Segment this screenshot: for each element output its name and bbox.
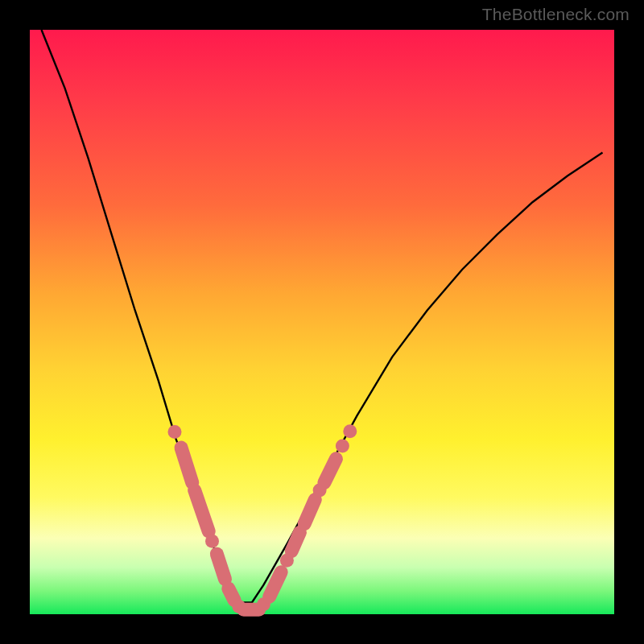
marker-bar [195,490,209,531]
marker-dot [205,535,219,548]
marker-bar [324,459,336,483]
marker-bar [291,532,299,551]
chart-frame: TheBottleneck.com [0,0,644,644]
marker-bar [304,500,315,524]
marker-bar [217,554,225,579]
chart-overlay [30,30,614,614]
marker-bar [270,572,282,597]
marker-dot [343,424,357,438]
marker-bar [181,448,192,483]
v-curve-path [42,30,603,603]
watermark-text: TheBottleneck.com [482,5,630,24]
marker-dot [336,439,349,452]
marker-dot [168,425,182,439]
marker-bar [229,588,234,601]
